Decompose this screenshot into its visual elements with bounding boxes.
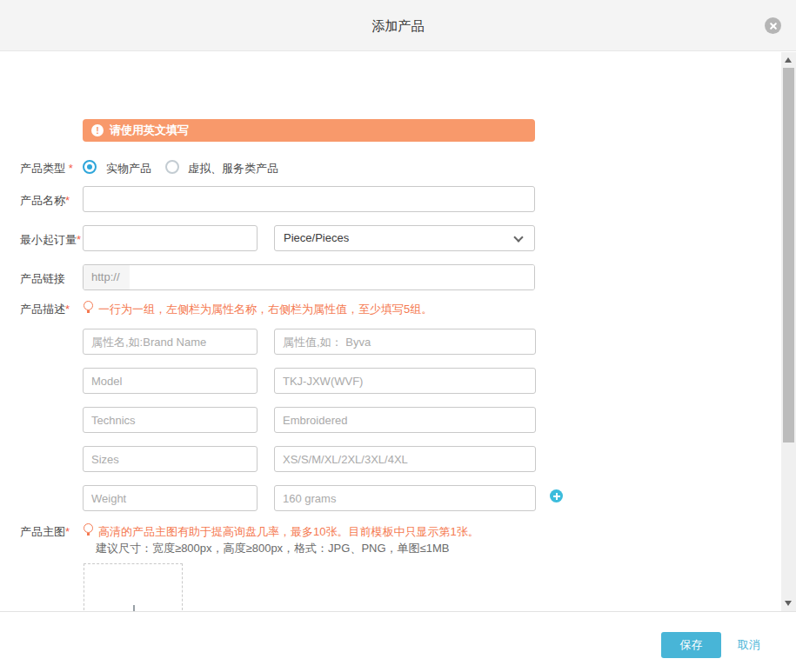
product-type-label: 产品类型 * (20, 161, 73, 176)
modal-header: 添加产品 (0, 0, 796, 51)
radio-physical-product[interactable] (83, 160, 97, 174)
save-button[interactable]: 保存 (661, 632, 721, 658)
product-image-label: 产品主图* (20, 524, 70, 540)
scroll-up-icon[interactable] (785, 57, 792, 63)
attr-name-input[interactable] (83, 446, 258, 472)
moq-label: 最小起订量* (20, 232, 81, 248)
product-name-input[interactable] (83, 186, 535, 212)
attr-name-input[interactable] (83, 407, 258, 433)
product-desc-label: 产品描述* (20, 302, 70, 317)
lightbulb-icon (84, 301, 93, 310)
moq-unit-value: Piece/Pieces (284, 226, 349, 250)
product-image-hint: 高清的产品主图有助于提高询盘几率，最多10张。目前模板中只显示第1张。 (98, 524, 479, 540)
attr-name-input[interactable] (83, 485, 258, 511)
scrollbar-thumb[interactable] (783, 68, 794, 442)
modal-footer: 保存 取消 (0, 611, 796, 672)
add-attribute-row-icon[interactable] (550, 489, 563, 502)
close-icon[interactable] (765, 17, 781, 34)
attr-value-input[interactable] (274, 407, 536, 433)
language-notice-banner: ! 请使用英文填写 (83, 119, 535, 142)
product-link-field: http:// (83, 264, 535, 290)
info-icon: ! (91, 124, 104, 136)
url-prefix: http:// (84, 265, 130, 289)
attr-value-input[interactable] (274, 446, 536, 472)
radio-virtual-service-product-label[interactable]: 虚拟、服务类产品 (188, 161, 278, 176)
product-link-input[interactable] (130, 265, 534, 289)
cancel-button[interactable]: 取消 (738, 632, 760, 658)
lightbulb-icon (84, 523, 93, 533)
scroll-down-icon[interactable] (785, 601, 792, 606)
product-name-label: 产品名称* (20, 193, 70, 209)
attr-name-input[interactable] (83, 368, 258, 394)
modal-body: ! 请使用英文填写 产品类型 * 实物产品 虚拟、服务类产品 产品名称* 最小起… (0, 52, 796, 611)
attr-value-input[interactable] (274, 329, 536, 355)
radio-virtual-service-product[interactable] (165, 160, 179, 174)
banner-text: 请使用英文填写 (110, 119, 189, 142)
modal-title: 添加产品 (0, 0, 796, 51)
product-desc-hint: 一行为一组，左侧栏为属性名称，右侧栏为属性值，至少填写5组。 (98, 302, 432, 317)
moq-unit-select[interactable]: Piece/Pieces (274, 225, 535, 251)
attr-name-input[interactable] (83, 329, 258, 355)
chevron-down-icon (513, 232, 523, 242)
radio-physical-product-label[interactable]: 实物产品 (106, 161, 151, 176)
attr-value-input[interactable] (274, 368, 536, 394)
product-link-label: 产品链接 (20, 271, 65, 287)
scrollbar[interactable] (781, 52, 796, 611)
moq-input[interactable] (83, 225, 258, 251)
attr-value-input[interactable] (274, 485, 536, 511)
add-product-modal: 添加产品 ! 请使用英文填写 产品类型 * 实物产品 虚拟、服务类产品 产品名称… (0, 0, 796, 672)
product-image-size-hint: 建议尺寸：宽度≥800px，高度≥800px，格式：JPG、PNG，单图≤1MB (96, 541, 449, 556)
